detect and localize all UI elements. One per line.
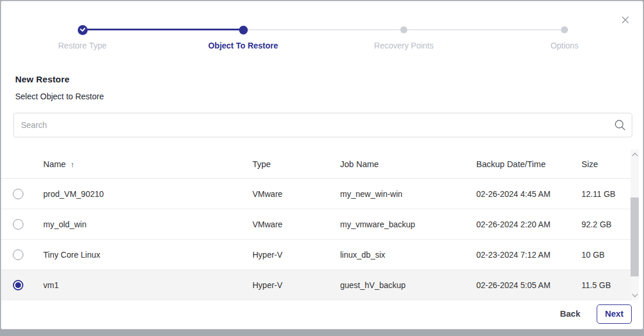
cell-backup-datetime: 02-23-2024 7:12 AM (476, 250, 581, 259)
cell-name: my_old_win (35, 220, 252, 229)
row-radio-button[interactable] (13, 219, 23, 230)
step-dot-icon (400, 26, 407, 33)
cell-job-name: my_new_win-win (340, 189, 476, 199)
step-completed-check-icon (78, 25, 88, 35)
wizard-stepper: Restore Type Object To Restore Recovery … (1, 1, 643, 55)
cell-type: Hyper-V (252, 250, 340, 259)
step-dot-icon (239, 26, 248, 34)
page-subtitle: Select Object to Restore (15, 92, 104, 101)
step-options[interactable]: Options (500, 23, 629, 50)
row-radio-button[interactable] (13, 250, 23, 260)
table-row[interactable]: vm1 Hyper-V guest_hV_backup 02-26-2024 5… (1, 270, 632, 300)
cell-backup-datetime: 02-26-2024 5:05 AM (476, 280, 581, 290)
new-restore-dialog: Restore Type Object To Restore Recovery … (1, 1, 643, 330)
step-label: Object To Restore (179, 41, 307, 50)
scroll-up-icon[interactable] (631, 150, 639, 159)
cell-size: 11.5 GB (581, 280, 632, 290)
sort-ascending-icon[interactable]: ↑ (71, 160, 75, 169)
scrollbar-thumb[interactable] (631, 198, 639, 276)
column-header-name[interactable]: Name ↑ (35, 160, 252, 169)
cell-name: Tiny Core Linux (35, 250, 252, 259)
step-restore-type[interactable]: Restore Type (18, 23, 147, 50)
dialog-footer: Back Next (1, 299, 643, 329)
step-label: Restore Type (18, 41, 147, 50)
scrollbar-track[interactable] (631, 159, 639, 290)
close-icon[interactable] (618, 13, 632, 27)
cell-name: vm1 (35, 280, 252, 290)
table-row[interactable]: prod_VM_90210 VMware my_new_win-win 02-2… (1, 179, 632, 209)
search-box (13, 113, 632, 137)
row-radio-button[interactable] (13, 189, 23, 199)
back-button[interactable]: Back (560, 309, 580, 318)
cell-name: prod_VM_90210 (35, 189, 252, 199)
cell-backup-datetime: 02-26-2024 2:20 AM (476, 220, 581, 229)
table-row[interactable]: my_old_win VMware my_vmware_backup 02-26… (1, 209, 632, 240)
column-header-size[interactable]: Size (581, 160, 632, 169)
step-object-to-restore[interactable]: Object To Restore (179, 23, 307, 50)
page-title: New Restore (15, 74, 70, 84)
table-header-row: Name ↑ Type Job Name Backup Date/Time Si… (1, 150, 632, 179)
next-button[interactable]: Next (597, 304, 632, 324)
column-header-backup-datetime[interactable]: Backup Date/Time (476, 160, 581, 169)
column-header-job-name[interactable]: Job Name (340, 160, 476, 169)
step-recovery-points[interactable]: Recovery Points (340, 23, 468, 50)
row-radio-button[interactable] (13, 280, 23, 290)
table-scrollbar[interactable] (631, 150, 639, 300)
step-label: Options (500, 41, 629, 50)
cell-size: 92.2 GB (581, 220, 632, 229)
table-row[interactable]: Tiny Core Linux Hyper-V linux_db_six 02-… (1, 240, 632, 270)
step-dot-icon (561, 26, 568, 33)
objects-table: Name ↑ Type Job Name Backup Date/Time Si… (1, 150, 632, 300)
cell-backup-datetime: 02-26-2024 4:45 AM (476, 189, 581, 199)
cell-type: VMware (252, 189, 340, 199)
search-input[interactable] (14, 120, 608, 130)
cell-size: 12.11 GB (581, 189, 632, 199)
step-label: Recovery Points (340, 41, 468, 50)
cell-type: Hyper-V (252, 280, 340, 290)
cell-job-name: linux_db_six (340, 250, 476, 259)
cell-type: VMware (252, 220, 340, 229)
column-header-type[interactable]: Type (252, 160, 340, 169)
cell-job-name: my_vmware_backup (340, 220, 476, 229)
cell-size: 10 GB (581, 250, 632, 259)
cell-job-name: guest_hV_backup (340, 280, 476, 290)
search-icon[interactable] (608, 119, 632, 131)
